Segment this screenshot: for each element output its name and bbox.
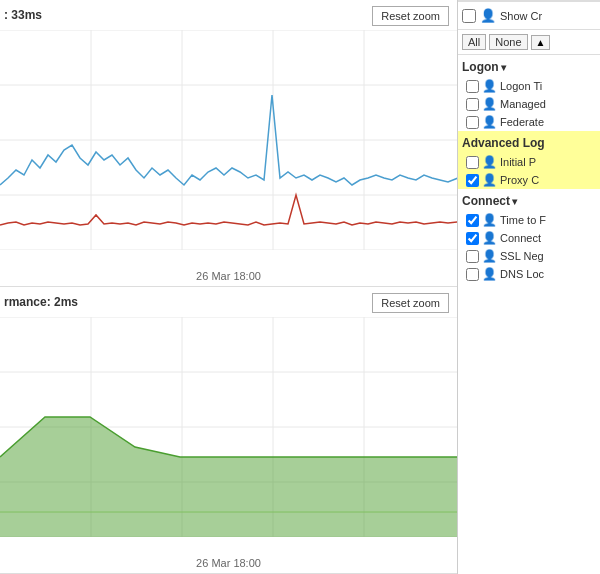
logon-section-header: Logon ▾	[458, 55, 600, 77]
connect2-label: Connect	[500, 232, 541, 244]
proxy-c-checkbox[interactable]	[466, 174, 479, 187]
logon-arrow-icon: ▾	[501, 62, 506, 73]
all-none-bar: All None ▲	[458, 30, 600, 55]
initial-p-label: Initial P	[500, 156, 536, 168]
dns-loc-checkbox[interactable]	[466, 268, 479, 281]
top-chart: : 33ms Reset zoom 26 Mar 18:00	[0, 0, 457, 287]
proxy-c-item: 👤 Proxy C	[458, 171, 600, 189]
bottom-chart-area	[0, 317, 457, 549]
show-cr-checkbox[interactable]	[462, 9, 476, 23]
none-button[interactable]: None	[489, 34, 527, 50]
managed-icon: 👤	[482, 97, 497, 111]
ssl-neg-icon: 👤	[482, 249, 497, 263]
dns-loc-item: 👤 DNS Loc	[458, 265, 600, 283]
federated-label: Federate	[500, 116, 544, 128]
managed-label: Managed	[500, 98, 546, 110]
top-chart-area	[0, 30, 457, 262]
logon-ti-label: Logon Ti	[500, 80, 542, 92]
initial-p-checkbox[interactable]	[466, 156, 479, 169]
proxy-c-icon: 👤	[482, 173, 497, 187]
federated-checkbox[interactable]	[466, 116, 479, 129]
time-to-icon: 👤	[482, 213, 497, 227]
top-chart-date: 26 Mar 18:00	[196, 270, 261, 282]
connect-label: Connect	[462, 194, 510, 208]
bottom-chart: rmance: 2ms Reset zoom	[0, 287, 457, 574]
connect-arrow-icon: ▾	[512, 196, 517, 207]
bottom-chart-label: rmance: 2ms	[4, 295, 78, 309]
advanced-label: Advanced Log	[462, 136, 545, 150]
dns-loc-icon: 👤	[482, 267, 497, 281]
svg-marker-18	[0, 417, 457, 537]
right-panel: 👤 Show Cr All None ▲ Logon ▾ 👤 Logon Ti …	[458, 0, 600, 574]
connect2-item: 👤 Connect	[458, 229, 600, 247]
managed-item: 👤 Managed	[458, 95, 600, 113]
logon-ti-icon: 👤	[482, 79, 497, 93]
logon-ti-checkbox[interactable]	[466, 80, 479, 93]
proxy-c-label: Proxy C	[500, 174, 539, 186]
connect2-icon: 👤	[482, 231, 497, 245]
advanced-section-header: Advanced Log	[458, 131, 600, 153]
top-chart-svg	[0, 30, 457, 250]
ssl-neg-label: SSL Neg	[500, 250, 544, 262]
ssl-neg-checkbox[interactable]	[466, 250, 479, 263]
connect-section-header: Connect ▾	[458, 189, 600, 211]
federated-item: 👤 Federate	[458, 113, 600, 131]
ssl-neg-item: 👤 SSL Neg	[458, 247, 600, 265]
logon-ti-item: 👤 Logon Ti	[458, 77, 600, 95]
connect2-checkbox[interactable]	[466, 232, 479, 245]
initial-p-item: 👤 Initial P	[458, 153, 600, 171]
show-cr-user-icon: 👤	[480, 8, 496, 23]
managed-checkbox[interactable]	[466, 98, 479, 111]
top-chart-label: : 33ms	[4, 8, 42, 22]
all-button[interactable]: All	[462, 34, 486, 50]
time-to-checkbox[interactable]	[466, 214, 479, 227]
initial-p-icon: 👤	[482, 155, 497, 169]
dns-loc-label: DNS Loc	[500, 268, 544, 280]
time-to-item: 👤 Time to F	[458, 211, 600, 229]
bottom-chart-date: 26 Mar 18:00	[196, 557, 261, 569]
collapse-button[interactable]: ▲	[531, 35, 551, 50]
show-cr-bar: 👤 Show Cr	[458, 2, 600, 30]
logon-label: Logon	[462, 60, 499, 74]
top-reset-zoom-button[interactable]: Reset zoom	[372, 6, 449, 26]
left-panel: : 33ms Reset zoom 26 Mar 18:00	[0, 0, 458, 574]
bottom-reset-zoom-button[interactable]: Reset zoom	[372, 293, 449, 313]
show-cr-label: Show Cr	[500, 10, 542, 22]
bottom-chart-svg	[0, 317, 457, 537]
federated-icon: 👤	[482, 115, 497, 129]
time-to-label: Time to F	[500, 214, 546, 226]
